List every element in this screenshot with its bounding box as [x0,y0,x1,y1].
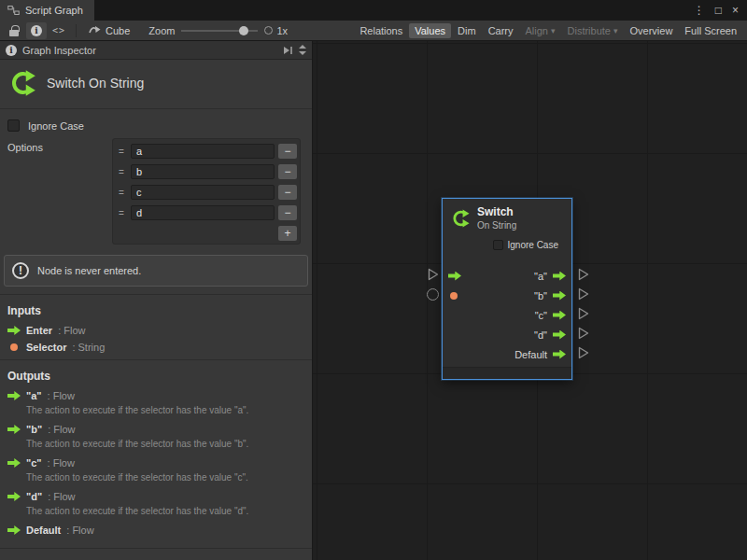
flow-port-icon [7,525,21,535]
drag-handle-icon[interactable]: = [116,147,127,157]
options-list: = − = − = − = [112,138,301,245]
port-label-a: "a" [534,271,547,282]
node-title: Switch [477,205,516,218]
zoom-reset-icon [264,26,273,35]
output-d-entry: "d" : Flow [0,488,312,505]
output-c-entry: "c" : Flow [0,455,312,471]
ignore-case-checkbox[interactable] [7,119,20,132]
port-row-d: "d" [443,325,571,344]
string-port-icon [10,343,18,351]
relations-button[interactable]: Relations [354,23,408,38]
output-default-port[interactable] [553,350,566,359]
tab-script-graph[interactable]: Script Graph [0,0,94,21]
enter-port-connector[interactable] [428,268,439,281]
full-screen-button[interactable]: Full Screen [679,23,742,38]
option-input-1[interactable] [131,164,275,179]
zoom-reset-button[interactable]: 1x [264,25,288,36]
toolbar-separator [76,24,77,37]
node-titles: Switch On String [477,205,516,231]
option-input-0[interactable] [131,144,275,159]
option-item: = − [116,182,297,203]
graph-canvas[interactable]: Switch On String Ignore Case "a" [313,41,747,560]
output-b-connector[interactable] [578,287,589,301]
output-b-entry: "b" : Flow [0,421,312,438]
output-b-port[interactable] [553,291,566,301]
warning-box: ! Node is never entered. [4,255,308,287]
add-option-button[interactable]: + [278,226,297,241]
output-d-connector[interactable] [578,327,589,340]
port-label-c: "c" [535,310,547,321]
port-name: "c" [26,457,42,469]
dim-button[interactable]: Dim [452,23,482,38]
node-ignore-case-checkbox[interactable] [493,240,503,250]
distribute-dropdown[interactable]: Distribute ▾ [562,23,624,38]
remove-option-button[interactable]: − [278,144,297,159]
port-type: : Flow [48,491,75,502]
option-input-2[interactable] [131,185,275,200]
drag-handle-icon[interactable]: = [116,188,127,198]
remove-option-button[interactable]: − [278,185,297,200]
panel-scroll-buttons[interactable] [299,45,306,55]
zoom-slider[interactable] [181,25,258,36]
window-close-button[interactable]: × [732,5,739,16]
inspect-toggle-button[interactable]: i [26,22,47,39]
drag-handle-icon[interactable]: = [116,167,127,177]
port-description: The action to execute if the selector ha… [0,404,312,421]
zoom-label: Zoom [148,25,175,36]
zoom-value: 1x [276,25,288,36]
port-name: Enter [26,325,52,336]
window-menu-button[interactable]: ⋮ [694,5,705,16]
option-item: = − [116,161,297,182]
switch-node-group: Switch On String Ignore Case "a" [442,198,572,380]
code-view-button[interactable]: <> [49,22,69,39]
node-header: Switch On String [443,199,571,237]
dock-panel-button[interactable] [283,46,293,55]
switch-icon [7,68,37,98]
switch-on-string-node[interactable]: Switch On String Ignore Case "a" [442,198,572,380]
align-label: Align [526,25,548,36]
selector-string-port[interactable] [450,292,458,300]
tab-label: Script Graph [25,5,83,16]
option-input-3[interactable] [131,205,275,220]
graph-target-selector[interactable]: Cube [83,25,135,36]
port-type: : Flow [48,457,75,469]
output-d-port[interactable] [553,330,566,340]
enter-flow-port[interactable] [448,272,461,281]
divider [0,359,312,360]
carry-button[interactable]: Carry [483,23,519,38]
node-subtitle: On String [477,220,516,231]
option-item: = − [116,203,297,223]
zoom-control: Zoom 1x [148,25,288,36]
flow-port-icon [7,425,21,434]
graph-toolbar: i <> Cube Zoom 1x Relations Values Dim C… [0,21,747,41]
unit-title-row: Switch On String [0,60,312,105]
output-default-entry: Default : Flow [0,522,312,539]
options-row: Options = − = − = − [0,133,312,246]
port-name: "d" [26,491,42,502]
values-button[interactable]: Values [409,23,451,38]
window-controls: ⋮ □ × [694,0,747,21]
node-footer [443,367,571,379]
port-label-d: "d" [534,329,547,341]
option-item: = − [116,141,297,161]
warning-icon: ! [12,262,29,279]
zoom-slider-handle[interactable] [239,26,248,35]
ignore-case-label: Ignore Case [28,120,84,132]
info-icon: i [6,45,17,56]
window-maximize-button[interactable]: □ [715,5,722,16]
remove-option-button[interactable]: − [278,164,297,179]
overview-button[interactable]: Overview [625,23,679,38]
port-row-b: "b" [443,286,571,305]
output-default-connector[interactable] [578,346,589,359]
selector-port-connector[interactable] [427,288,439,301]
divider [0,108,312,109]
align-dropdown[interactable]: Align ▾ [520,23,561,38]
output-c-port[interactable] [553,311,566,320]
output-c-connector[interactable] [578,307,589,320]
lock-button[interactable] [4,22,24,39]
drag-handle-icon[interactable]: = [116,208,127,218]
remove-option-button[interactable]: − [278,205,297,220]
output-a-port[interactable] [553,272,566,281]
target-name: Cube [106,25,130,36]
output-a-connector[interactable] [578,268,589,281]
